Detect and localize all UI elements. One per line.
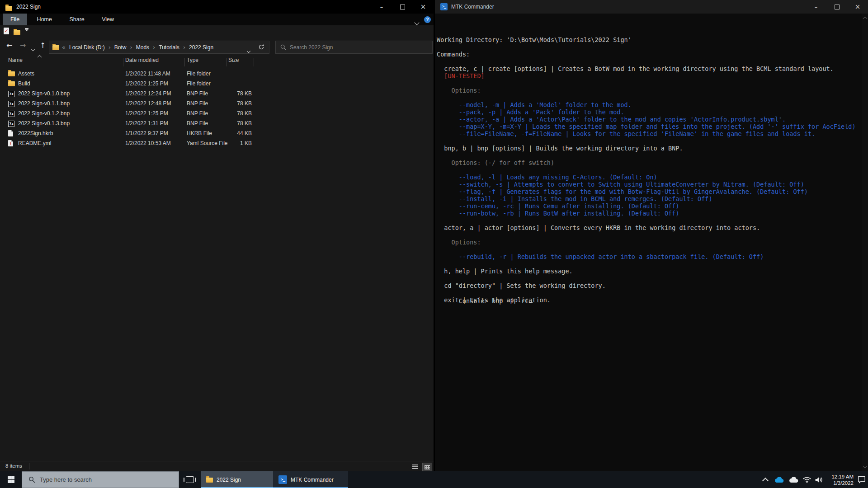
console-line: --pack, -p | Adds a 'Pack' folder to the… — [437, 108, 862, 116]
file-type: BNP File — [187, 99, 208, 108]
folder-icon — [8, 71, 15, 76]
column-divider[interactable] — [254, 58, 254, 66]
column-divider[interactable] — [226, 58, 226, 66]
folder-icon — [5, 6, 12, 11]
file-row[interactable]: Build1/2/2022 1:25 PMFile folder — [0, 79, 434, 89]
column-header-date[interactable]: Date modified — [125, 57, 159, 63]
close-button[interactable]: × — [847, 0, 868, 14]
console-window: >_ MTK Commander – × Working Directory: … — [435, 0, 868, 471]
text-cursor — [529, 296, 533, 303]
menu-tab-share[interactable]: Share — [61, 14, 92, 25]
close-button[interactable]: × — [413, 0, 434, 14]
folder-icon — [206, 478, 213, 483]
file-row[interactable]: 2022Sign.hkrb1/1/2022 9:37 PMHKRB File44… — [0, 128, 434, 138]
console-line: Options: (-/ for off switch) — [437, 159, 862, 166]
chevron-down-icon — [31, 47, 35, 51]
new-folder-icon[interactable] — [14, 30, 20, 35]
file-size — [220, 79, 252, 89]
file-date: 1/2/2022 12:48 PM — [125, 99, 171, 108]
file-row[interactable]: 7z2022 Sign-v0.1.1.bnp1/2/2022 12:48 PMB… — [0, 99, 434, 108]
file-name: README.yml — [18, 138, 51, 148]
console-line: Working Directory: 'D:\Botw\Mods\Tutoria… — [437, 36, 862, 43]
column-divider[interactable] — [123, 58, 123, 66]
properties-icon[interactable]: ✓ — [4, 28, 9, 34]
help-button[interactable]: ? — [424, 16, 431, 23]
maximize-button[interactable] — [826, 0, 847, 14]
onedrive-tray-icon[interactable] — [772, 471, 786, 488]
column-header-size[interactable]: Size — [228, 57, 239, 63]
menu-tab-view[interactable]: View — [94, 14, 122, 25]
console-titlebar[interactable]: >_ MTK Commander – × — [435, 0, 868, 14]
archive-file-icon: 7z — [8, 101, 14, 107]
address-dropdown-button[interactable] — [247, 46, 250, 54]
minimize-button[interactable]: – — [806, 0, 826, 14]
file-date: 1/1/2022 9:37 PM — [125, 128, 168, 138]
icons-view-button[interactable] — [422, 463, 432, 471]
up-button[interactable]: ↑ — [40, 41, 46, 50]
volume-tray-icon[interactable] — [813, 471, 826, 488]
explorer-menubar: File Home Share View ? — [0, 14, 434, 25]
location-folder-icon — [52, 45, 59, 50]
file-date: 1/2/2022 1:25 PM — [125, 79, 168, 89]
explorer-statusbar: 8 items — [0, 461, 434, 472]
wifi-icon — [802, 476, 811, 483]
console-line: h, help | Prints this help message. — [437, 267, 862, 275]
file-size: 78 KB — [220, 118, 252, 128]
breadcrumb-segment[interactable]: 2022 Sign — [188, 44, 214, 51]
tray-expand-button[interactable] — [760, 471, 771, 488]
file-type: BNP File — [187, 108, 208, 118]
forward-button[interactable]: → — [20, 41, 26, 50]
console-line: Commands: — [437, 51, 862, 58]
taskbar-clock[interactable]: 12:19 AM 1/3/2022 — [826, 471, 854, 488]
scroll-down-icon[interactable] — [863, 464, 868, 469]
column-header-name[interactable]: Name — [8, 57, 23, 63]
explorer-search-input[interactable]: Search 2022 Sign — [275, 41, 433, 54]
file-type: BNP File — [187, 89, 208, 99]
breadcrumb-segment[interactable]: Local Disk (D:) — [68, 44, 106, 51]
breadcrumb-segment[interactable]: Mods — [135, 44, 150, 51]
column-header-type[interactable]: Type — [187, 57, 198, 63]
file-row[interactable]: Assets1/2/2022 11:48 AMFile folder — [0, 69, 434, 79]
scroll-up-icon[interactable] — [863, 17, 868, 21]
file-row[interactable]: !README.yml1/2/2022 10:53 AMYaml Source … — [0, 138, 434, 148]
cloud-sync-tray-icon[interactable] — [787, 471, 800, 488]
taskbar-app-console[interactable]: >_ MTK Commander — [273, 471, 348, 488]
file-date: 1/2/2022 11:48 AM — [125, 69, 170, 79]
console-output[interactable]: Working Directory: 'D:\Botw\Mods\Tutoria… — [435, 14, 862, 471]
refresh-button[interactable] — [258, 44, 264, 52]
file-row[interactable]: 7z2022 Sign-v0.1.2.bnp1/2/2022 1:25 PMBN… — [0, 108, 434, 118]
minimize-button[interactable]: – — [371, 0, 392, 14]
item-count: 8 items — [5, 463, 22, 469]
console-scrollbar[interactable] — [862, 14, 868, 471]
taskbar-app-explorer[interactable]: 2022 Sign — [201, 471, 273, 488]
address-box[interactable]: « Local Disk (D:) › Botw › Mods › Tutori… — [49, 41, 269, 54]
breadcrumb-collapsed-icon[interactable]: « — [59, 44, 68, 51]
details-view-button[interactable] — [410, 463, 420, 470]
file-icon — [8, 130, 13, 136]
grid-view-icon — [425, 465, 430, 469]
customize-toolbar-icon[interactable] — [25, 29, 28, 31]
console-line — [437, 94, 862, 101]
task-view-button[interactable] — [180, 471, 200, 488]
menu-tab-file[interactable]: File — [3, 14, 27, 25]
column-divider[interactable] — [184, 58, 185, 66]
explorer-titlebar[interactable]: 2022 Sign – × — [0, 0, 434, 14]
file-row[interactable]: 7z2022 Sign-v0.1.0.bnp1/2/2022 12:24 PMB… — [0, 89, 434, 99]
recent-locations-button[interactable] — [32, 44, 34, 52]
console-line — [437, 275, 862, 282]
wifi-tray-icon[interactable] — [801, 471, 813, 488]
start-button[interactable] — [0, 471, 22, 488]
maximize-button[interactable] — [392, 0, 413, 14]
action-center-button[interactable] — [855, 471, 868, 488]
menu-tab-home[interactable]: Home — [29, 14, 60, 25]
console-line: --model, -m | Adds a 'Model' folder to t… — [437, 101, 862, 108]
breadcrumb-segment[interactable]: Botw — [113, 44, 127, 51]
white-cloud-icon — [788, 476, 799, 483]
breadcrumb-segment[interactable]: Tutorials — [158, 44, 180, 51]
console-prompt-line[interactable]: Console> bnp -i -rc — [437, 289, 533, 312]
file-row[interactable]: 7z2022 Sign-v0.1.3.bnp1/2/2022 1:31 PMBN… — [0, 118, 434, 128]
console-line — [437, 166, 862, 174]
back-button[interactable]: ← — [6, 41, 12, 50]
breadcrumb-separator-icon: › — [106, 44, 113, 51]
taskbar-search-input[interactable]: Type here to search — [22, 471, 179, 488]
